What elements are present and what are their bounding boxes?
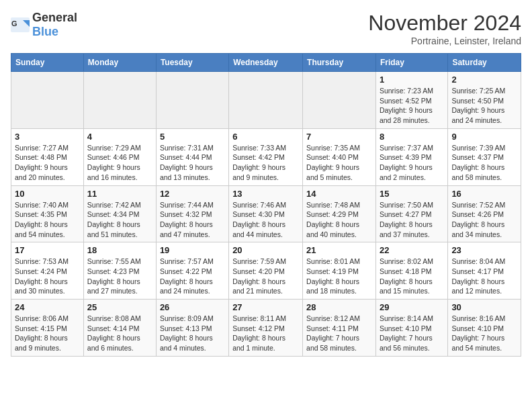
week-row-4: 17Sunrise: 7:53 AM Sunset: 4:24 PM Dayli… — [11, 242, 521, 300]
day-number: 22 — [380, 245, 444, 255]
week-row-3: 10Sunrise: 7:40 AM Sunset: 4:35 PM Dayli… — [11, 185, 521, 242]
calendar-cell: 14Sunrise: 7:48 AM Sunset: 4:29 PM Dayli… — [303, 185, 376, 242]
day-number: 10 — [15, 189, 80, 199]
calendar-cell: 23Sunrise: 8:04 AM Sunset: 4:17 PM Dayli… — [448, 242, 521, 300]
location-subtitle: Portraine, Leinster, Ireland — [368, 36, 521, 46]
day-info: Sunrise: 7:53 AM Sunset: 4:24 PM Dayligh… — [15, 257, 80, 296]
calendar-cell: 8Sunrise: 7:37 AM Sunset: 4:39 PM Daylig… — [375, 128, 447, 185]
day-info: Sunrise: 7:37 AM Sunset: 4:39 PM Dayligh… — [380, 143, 444, 183]
day-number: 25 — [87, 302, 152, 312]
calendar-cell: 15Sunrise: 7:50 AM Sunset: 4:27 PM Dayli… — [375, 185, 447, 242]
day-info: Sunrise: 7:23 AM Sunset: 4:52 PM Dayligh… — [380, 86, 444, 126]
day-info: Sunrise: 7:50 AM Sunset: 4:27 PM Dayligh… — [380, 200, 444, 240]
day-number: 11 — [87, 189, 152, 199]
day-number: 30 — [451, 302, 517, 312]
day-info: Sunrise: 7:59 AM Sunset: 4:20 PM Dayligh… — [232, 257, 299, 296]
calendar-cell: 9Sunrise: 7:39 AM Sunset: 4:37 PM Daylig… — [448, 128, 521, 185]
day-info: Sunrise: 8:02 AM Sunset: 4:18 PM Dayligh… — [380, 257, 444, 296]
logo: G General Blue — [11, 11, 77, 39]
day-number: 16 — [451, 189, 517, 199]
week-row-2: 3Sunrise: 7:27 AM Sunset: 4:48 PM Daylig… — [11, 128, 521, 185]
weekday-header-saturday: Saturday — [448, 54, 521, 72]
day-number: 3 — [15, 132, 80, 142]
day-info: Sunrise: 8:01 AM Sunset: 4:19 PM Dayligh… — [306, 257, 372, 296]
day-number: 2 — [451, 75, 517, 85]
calendar-cell: 4Sunrise: 7:29 AM Sunset: 4:46 PM Daylig… — [83, 128, 156, 185]
day-info: Sunrise: 8:14 AM Sunset: 4:10 PM Dayligh… — [380, 314, 444, 353]
day-number: 5 — [160, 132, 225, 142]
title-area: November 2024 Portraine, Leinster, Irela… — [368, 11, 521, 46]
month-title: November 2024 — [368, 11, 521, 36]
day-number: 18 — [87, 245, 152, 255]
calendar-cell: 19Sunrise: 7:57 AM Sunset: 4:22 PM Dayli… — [156, 242, 228, 300]
calendar-cell: 13Sunrise: 7:46 AM Sunset: 4:30 PM Dayli… — [229, 185, 303, 242]
day-info: Sunrise: 7:33 AM Sunset: 4:42 PM Dayligh… — [232, 143, 299, 183]
week-row-5: 24Sunrise: 8:06 AM Sunset: 4:15 PM Dayli… — [11, 300, 521, 357]
weekday-header-monday: Monday — [83, 54, 156, 72]
svg-text:G: G — [11, 19, 17, 28]
day-number: 21 — [306, 245, 372, 255]
day-info: Sunrise: 7:35 AM Sunset: 4:40 PM Dayligh… — [306, 143, 372, 183]
day-number: 23 — [451, 245, 517, 255]
calendar-cell: 18Sunrise: 7:55 AM Sunset: 4:23 PM Dayli… — [83, 242, 156, 300]
day-number: 4 — [87, 132, 152, 142]
day-number: 13 — [232, 189, 299, 199]
day-info: Sunrise: 7:25 AM Sunset: 4:50 PM Dayligh… — [451, 86, 517, 126]
weekday-header-tuesday: Tuesday — [156, 54, 228, 72]
calendar-cell: 21Sunrise: 8:01 AM Sunset: 4:19 PM Dayli… — [303, 242, 376, 300]
day-number: 9 — [451, 132, 517, 142]
day-info: Sunrise: 7:40 AM Sunset: 4:35 PM Dayligh… — [15, 200, 80, 240]
day-number: 20 — [232, 245, 299, 255]
logo-wordmark: General Blue — [32, 11, 77, 39]
day-info: Sunrise: 7:46 AM Sunset: 4:30 PM Dayligh… — [232, 200, 299, 240]
day-number: 6 — [232, 132, 299, 142]
day-number: 26 — [160, 302, 225, 312]
day-number: 8 — [380, 132, 444, 142]
day-number: 12 — [160, 189, 225, 199]
day-info: Sunrise: 8:11 AM Sunset: 4:12 PM Dayligh… — [232, 314, 299, 353]
calendar-cell: 26Sunrise: 8:09 AM Sunset: 4:13 PM Dayli… — [156, 300, 228, 357]
calendar-cell: 10Sunrise: 7:40 AM Sunset: 4:35 PM Dayli… — [11, 185, 84, 242]
day-number: 15 — [380, 189, 444, 199]
calendar-cell: 2Sunrise: 7:25 AM Sunset: 4:50 PM Daylig… — [448, 72, 521, 129]
calendar-cell: 12Sunrise: 7:44 AM Sunset: 4:32 PM Dayli… — [156, 185, 228, 242]
day-number: 14 — [306, 189, 372, 199]
calendar-cell: 7Sunrise: 7:35 AM Sunset: 4:40 PM Daylig… — [303, 128, 376, 185]
day-info: Sunrise: 8:06 AM Sunset: 4:15 PM Dayligh… — [15, 314, 80, 353]
day-info: Sunrise: 8:08 AM Sunset: 4:14 PM Dayligh… — [87, 314, 152, 353]
day-number: 1 — [380, 75, 444, 85]
day-number: 28 — [306, 302, 372, 312]
week-row-1: 1Sunrise: 7:23 AM Sunset: 4:52 PM Daylig… — [11, 72, 521, 129]
weekday-header-sunday: Sunday — [11, 54, 84, 72]
calendar-cell: 29Sunrise: 8:14 AM Sunset: 4:10 PM Dayli… — [375, 300, 447, 357]
calendar-cell — [83, 72, 156, 129]
day-info: Sunrise: 7:29 AM Sunset: 4:46 PM Dayligh… — [87, 143, 152, 183]
day-number: 24 — [15, 302, 80, 312]
calendar-cell: 22Sunrise: 8:02 AM Sunset: 4:18 PM Dayli… — [375, 242, 447, 300]
page-header: G General Blue November 2024 Portraine, … — [11, 11, 521, 46]
calendar-cell: 3Sunrise: 7:27 AM Sunset: 4:48 PM Daylig… — [11, 128, 84, 185]
day-number: 19 — [160, 245, 225, 255]
weekday-header-row: SundayMondayTuesdayWednesdayThursdayFrid… — [11, 54, 521, 72]
day-info: Sunrise: 8:16 AM Sunset: 4:10 PM Dayligh… — [451, 314, 517, 353]
day-info: Sunrise: 8:12 AM Sunset: 4:11 PM Dayligh… — [306, 314, 372, 353]
logo-icon: G — [11, 17, 30, 32]
calendar-cell — [303, 72, 376, 129]
calendar-cell: 16Sunrise: 7:52 AM Sunset: 4:26 PM Dayli… — [448, 185, 521, 242]
calendar-cell — [229, 72, 303, 129]
logo-general: General — [32, 11, 77, 24]
day-info: Sunrise: 7:52 AM Sunset: 4:26 PM Dayligh… — [451, 200, 517, 240]
day-info: Sunrise: 8:04 AM Sunset: 4:17 PM Dayligh… — [451, 257, 517, 296]
calendar-cell — [11, 72, 84, 129]
day-info: Sunrise: 7:31 AM Sunset: 4:44 PM Dayligh… — [160, 143, 225, 183]
calendar-cell — [156, 72, 228, 129]
weekday-header-thursday: Thursday — [303, 54, 376, 72]
weekday-header-friday: Friday — [375, 54, 447, 72]
day-number: 17 — [15, 245, 80, 255]
calendar-cell: 24Sunrise: 8:06 AM Sunset: 4:15 PM Dayli… — [11, 300, 84, 357]
calendar-cell: 20Sunrise: 7:59 AM Sunset: 4:20 PM Dayli… — [229, 242, 303, 300]
day-info: Sunrise: 7:39 AM Sunset: 4:37 PM Dayligh… — [451, 143, 517, 183]
day-info: Sunrise: 7:55 AM Sunset: 4:23 PM Dayligh… — [87, 257, 152, 296]
day-info: Sunrise: 7:27 AM Sunset: 4:48 PM Dayligh… — [15, 143, 80, 183]
calendar-cell: 27Sunrise: 8:11 AM Sunset: 4:12 PM Dayli… — [229, 300, 303, 357]
